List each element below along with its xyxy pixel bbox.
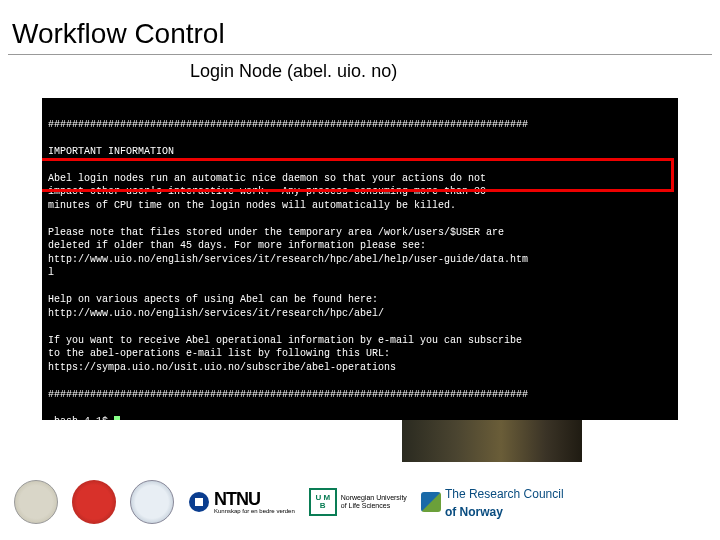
term-line: http://www.uio.no/english/services/it/re… bbox=[48, 308, 384, 319]
red-seal-icon bbox=[72, 480, 116, 524]
umb-icon: U M B bbox=[309, 488, 337, 516]
rcn-text-2: of Norway bbox=[445, 505, 503, 519]
term-line: Help on various apects of using Abel can… bbox=[48, 294, 378, 305]
ntnu-tagline: Kunnskap for en bedre verden bbox=[214, 508, 295, 514]
cursor-icon bbox=[114, 416, 120, 421]
term-line: Abel login nodes run an automatic nice d… bbox=[48, 173, 486, 184]
uio-seal-icon bbox=[14, 480, 58, 524]
term-line: If you want to receive Abel operational … bbox=[48, 335, 522, 346]
term-line: IMPORTANT INFORMATION bbox=[48, 146, 174, 157]
rcn-text-1: The Research Council bbox=[445, 487, 564, 501]
page-title: Workflow Control bbox=[0, 0, 720, 54]
subtitle: Login Node (abel. uio. no) bbox=[0, 61, 720, 82]
term-line: https://sympa.uio.no/usit.uio.no/subscri… bbox=[48, 362, 396, 373]
logo-red-seal bbox=[72, 480, 116, 524]
rcn-icon bbox=[421, 492, 441, 512]
logo-uio bbox=[14, 480, 58, 524]
logo-row: NTNU Kunnskap for en bedre verden U M B … bbox=[0, 472, 720, 532]
term-prompt: -bash-4.1$ bbox=[48, 416, 114, 421]
logo-tromso bbox=[130, 480, 174, 524]
term-line: http://www.uio.no/english/services/it/re… bbox=[48, 254, 528, 265]
server-photo bbox=[402, 420, 582, 462]
logo-rcn: The Research Council of Norway bbox=[421, 484, 564, 520]
umb-name: Norwegian University of Life Sciences bbox=[341, 494, 407, 509]
logo-umb: U M B Norwegian University of Life Scien… bbox=[309, 488, 407, 516]
term-prompt-line: -bash-4.1$ bbox=[48, 416, 120, 421]
term-line: impact other user's interactive work. An… bbox=[48, 186, 486, 197]
term-line: minutes of CPU time on the login nodes w… bbox=[48, 200, 456, 211]
title-underline bbox=[8, 54, 712, 55]
tromso-seal-icon bbox=[130, 480, 174, 524]
term-line: Please note that files stored under the … bbox=[48, 227, 504, 238]
term-line: ########################################… bbox=[48, 389, 528, 400]
term-line: to the abel-operations e-mail list by fo… bbox=[48, 348, 390, 359]
term-line: l bbox=[48, 267, 54, 278]
term-line: ########################################… bbox=[48, 119, 528, 130]
terminal-window: ########################################… bbox=[42, 98, 678, 420]
logo-ntnu: NTNU Kunnskap for en bedre verden bbox=[188, 490, 295, 514]
ntnu-name: NTNU bbox=[214, 490, 295, 508]
svg-rect-1 bbox=[195, 498, 203, 506]
term-line: deleted if older than 45 days. For more … bbox=[48, 240, 426, 251]
ntnu-icon bbox=[188, 491, 210, 513]
